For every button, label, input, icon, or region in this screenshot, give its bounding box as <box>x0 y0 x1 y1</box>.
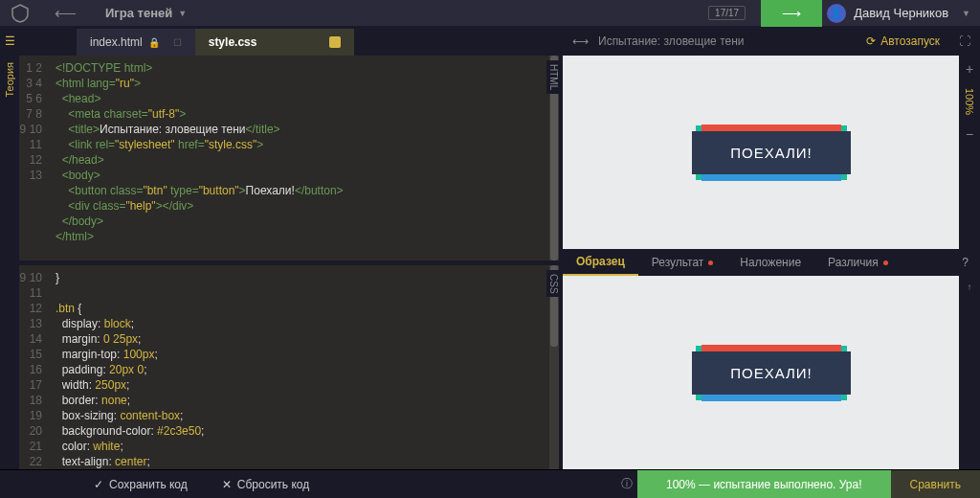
up-arrow-icon[interactable]: ↑ <box>968 276 972 298</box>
zoom-percent: 100% <box>964 82 975 121</box>
preview-button: ПОЕХАЛИ! <box>692 131 851 174</box>
user-chevron-icon[interactable]: ▼ <box>962 9 970 18</box>
status-message: 100% — испытание выполнено. Ура! <box>637 470 891 498</box>
sample-preview: ПОЕХАЛИ! ↑ <box>563 276 980 469</box>
reset-button[interactable]: ✕Сбросить код <box>205 470 326 498</box>
prev-arrow-icon[interactable]: ⟵ <box>55 4 77 22</box>
editor-tabs: index.html🔒☐ style.css <box>19 27 559 56</box>
check-icon: ✓ <box>94 478 103 491</box>
theory-label: Теория <box>4 62 15 98</box>
zoom-controls: + 100% − <box>959 56 980 249</box>
save-button[interactable]: ✓Сохранить код <box>77 470 205 498</box>
footer-bar: ✓Сохранить код ✕Сбросить код ⓘ 100% — ис… <box>0 469 980 498</box>
progress-badge: 17/17 <box>708 6 746 20</box>
info-icon[interactable]: ⓘ <box>616 476 637 492</box>
compare-tabs: Образец Результат Наложение Различия ? <box>563 249 980 276</box>
result-preview: ПОЕХАЛИ! + 100% − <box>563 56 980 249</box>
html-gutter: 1 2 3 4 5 6 7 8 9 10 11 12 13 <box>19 56 48 260</box>
resize-icon[interactable]: ⟷ <box>572 34 589 48</box>
tab-style-css[interactable]: style.css <box>195 29 355 56</box>
zoom-in-icon[interactable]: + <box>966 56 973 82</box>
html-editor[interactable]: 1 2 3 4 5 6 7 8 9 10 11 12 13 <!DOCTYPE … <box>19 56 559 261</box>
theory-sidebar[interactable]: ☰ Теория <box>0 27 19 469</box>
css-code[interactable]: } .btn { display: block; margin: 0 25px;… <box>48 265 559 470</box>
fullscreen-icon[interactable]: ⛶ <box>959 34 970 48</box>
user-name[interactable]: Давид Черников <box>854 6 948 20</box>
sample-controls: ↑ <box>959 276 980 469</box>
sample-button: ПОЕХАЛИ! <box>692 351 851 395</box>
logo-icon[interactable] <box>10 3 31 24</box>
next-arrow-button[interactable]: ⟶ <box>761 0 822 27</box>
course-title[interactable]: Игра теней <box>105 6 172 20</box>
autorun-toggle[interactable]: ⟳Автозапуск <box>866 34 940 48</box>
tab-diff[interactable]: Различия <box>814 249 902 276</box>
compare-button[interactable]: Сравнить <box>891 470 980 498</box>
zoom-out-icon[interactable]: − <box>966 121 973 147</box>
css-label: CSS <box>546 270 559 298</box>
tab-index-html[interactable]: index.html🔒☐ <box>77 29 195 56</box>
tab-indicator-icon <box>329 36 341 48</box>
menu-icon[interactable]: ☰ <box>5 34 15 48</box>
html-code[interactable]: <!DOCTYPE html> <html lang="ru"> <head> … <box>48 56 559 260</box>
x-icon: ✕ <box>222 478 232 491</box>
css-gutter: 9 10 11 12 13 14 15 16 17 18 19 20 21 22… <box>19 265 48 470</box>
tab-overlay[interactable]: Наложение <box>726 249 814 276</box>
css-editor[interactable]: 9 10 11 12 13 14 15 16 17 18 19 20 21 22… <box>19 265 559 470</box>
help-icon[interactable]: ? <box>950 256 980 269</box>
html-label: HTML <box>546 60 559 94</box>
tab-sample[interactable]: Образец <box>563 249 638 276</box>
close-icon[interactable]: ☐ <box>173 37 182 48</box>
preview-header: ⟷ Испытание: зловещие тени ⟳Автозапуск ⛶ <box>563 27 980 56</box>
tab-result[interactable]: Результат <box>638 249 727 276</box>
top-bar: ⟵ Игра теней ▼ 17/17 ⟶ 👤 Давид Черников … <box>0 0 980 27</box>
preview-title: Испытание: зловещие тени <box>598 34 745 48</box>
avatar[interactable]: 👤 <box>827 4 846 23</box>
chevron-down-icon[interactable]: ▼ <box>178 9 187 18</box>
lock-icon: 🔒 <box>148 37 160 48</box>
